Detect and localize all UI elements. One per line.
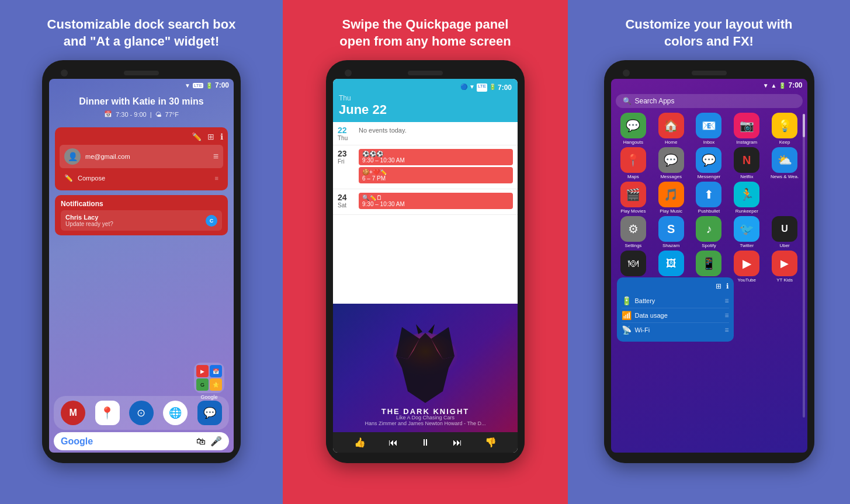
cal-day-24: 24 Sat <box>338 193 354 208</box>
info-icon[interactable]: ℹ <box>220 132 223 141</box>
app-maps[interactable]: 📍 Maps <box>616 147 651 179</box>
notif-item[interactable]: Chris Lacy Update ready yet? C <box>61 210 222 231</box>
app-uber[interactable]: U Uber <box>767 216 803 248</box>
news-label: News & Wea. <box>771 174 799 179</box>
qs-info-icon[interactable]: ℹ <box>726 282 729 290</box>
speaker-3 <box>692 71 727 75</box>
hamburger-icon[interactable]: ≡ <box>213 151 218 162</box>
gmail-account-row[interactable]: 👤 me@gmail.com ≡ <box>60 145 223 168</box>
app-shazam[interactable]: S Shazam <box>653 216 689 248</box>
calendar-header: 🔵 ▼ LTE 🔋 7:00 Thu June 22 <box>333 79 518 122</box>
app-yt-kids[interactable]: ▶ YT Kids <box>767 251 803 283</box>
scrollbar-track[interactable] <box>803 114 805 418</box>
app-messenger[interactable]: 💬 Messenger <box>691 147 727 179</box>
keep-icon: 💡 <box>772 113 797 138</box>
thumbs-up-btn[interactable]: 👍 <box>354 437 366 448</box>
app-keep[interactable]: 💡 Keep <box>767 113 803 145</box>
camera-sensor-2 <box>345 69 352 77</box>
qs-header: ⊞ ℹ <box>622 282 729 290</box>
qs-wifi-icon: 📡 <box>622 325 632 335</box>
panel-1: Customizable dock search boxand "At a gl… <box>0 0 283 504</box>
gmail-compose-row[interactable]: ✏️ Compose ≡ <box>60 171 223 186</box>
cal-day-name: Thu <box>339 94 512 102</box>
uber-label: Uber <box>779 243 789 248</box>
notifications-widget: Notifications Chris Lacy Update ready ye… <box>55 195 228 235</box>
qs-datausage-icon: 📶 <box>622 311 632 320</box>
uber-icon: U <box>772 216 797 242</box>
scrollbar-thumb[interactable] <box>803 114 805 137</box>
app-home[interactable]: 🏠 Home <box>653 113 689 145</box>
qs-wifi-handle[interactable]: ≡ <box>724 326 728 334</box>
search-bar[interactable]: Google 🛍 🎤 <box>54 432 229 450</box>
play-music-label: Play Music <box>660 208 682 214</box>
app-pushbullet[interactable]: ⬆ Pushbullet <box>691 182 727 214</box>
pushbullet-icon: ⬆ <box>696 182 721 207</box>
panel-3: Customize your layout withcolors and FX!… <box>568 0 850 504</box>
app-inbox[interactable]: 📧 Inbox <box>691 113 727 145</box>
prev-btn[interactable]: ⏮ <box>388 437 398 448</box>
search-apps-bar[interactable]: 🔍 Search Apps <box>616 94 803 108</box>
wifi-icon-3: ▼ <box>763 82 769 89</box>
whatsapp-icon: 📱 <box>696 251 721 276</box>
search-apps-label: Search Apps <box>635 97 675 105</box>
shopping-icon[interactable]: 🛍 <box>196 436 206 447</box>
app-play-movies[interactable]: 🎬 Play Movies <box>616 182 651 214</box>
messages-icon: 💬 <box>658 147 684 173</box>
grid-icon[interactable]: ⊞ <box>207 132 214 141</box>
phone-1-screen: ▼ LTE 🔋 7:00 Dinner with Katie in 30 min… <box>49 79 234 453</box>
app-youtube[interactable]: ▶ YouTube <box>729 251 765 283</box>
edit-icon[interactable]: ✏️ <box>192 132 202 141</box>
dock-camera[interactable]: ⊙ <box>129 401 154 425</box>
dock-maps[interactable]: 📍 <box>95 401 120 425</box>
cal-row-22: 22 Thu No events today. <box>333 122 518 145</box>
qs-battery-handle[interactable]: ≡ <box>724 297 728 305</box>
app-news[interactable]: ⛅ News & Wea. <box>767 147 803 179</box>
google-logo: Google <box>61 436 93 447</box>
dock-chrome[interactable]: 🌐 <box>163 401 188 425</box>
dock-messages[interactable]: 💬 <box>197 401 222 425</box>
twitter-icon: 🐦 <box>734 216 759 242</box>
google-cluster[interactable]: ▶ 📅 G ⭐ Google <box>194 363 224 400</box>
qs-grid-icon[interactable]: ⊞ <box>716 282 721 290</box>
app-settings[interactable]: ⚙ Settings <box>616 216 651 248</box>
search-bar-icons: 🛍 🎤 <box>196 436 222 447</box>
phone-2-top-bar <box>333 71 518 75</box>
movie-section: THE DARK KNIGHT Like A Dog Chasing Cars … <box>333 304 518 432</box>
app-twitter[interactable]: 🐦 Twitter <box>729 216 765 248</box>
gmail-widget[interactable]: ✏️ ⊞ ℹ 👤 me@gmail.com ≡ ✏️ Compose <box>55 127 228 190</box>
app-netflix[interactable]: N Netflix <box>729 147 765 179</box>
cal-event-23-1[interactable]: ⚽⚽⚽ 9:30 – 10:30 AM <box>359 149 513 165</box>
notif-title: Notifications <box>61 200 222 208</box>
pause-btn[interactable]: ⏸ <box>421 437 430 448</box>
cluster-icon-2: 📅 <box>210 365 222 377</box>
app-messages[interactable]: 💬 Messages <box>653 147 689 179</box>
cal-events-22: No events today. <box>359 126 513 134</box>
app-spotify[interactable]: ♪ Spotify <box>691 216 727 248</box>
qs-datausage-handle[interactable]: ≡ <box>724 311 728 319</box>
dock-gmail[interactable]: M <box>61 401 85 425</box>
no-events-22: No events today. <box>359 126 513 134</box>
play-music-icon: 🎵 <box>658 182 684 207</box>
app-instagram[interactable]: 📷 Instagram <box>729 113 765 145</box>
cal-event-23-2[interactable]: 🍪+❤️✏️ 6 – 7 PM <box>359 167 513 183</box>
bluetooth-icon: 🔵 <box>460 84 467 92</box>
phone-3-screen: ▼ ▲ 🔋 7:00 🔍 Search Apps 💬 Hangouts <box>611 79 807 453</box>
news-icon: ⛅ <box>772 147 797 173</box>
cal-row-23: 23 Fri ⚽⚽⚽ 9:30 – 10:30 AM 🍪+❤️✏️ 6 – 7 … <box>333 145 518 189</box>
compose-handle: ≡ <box>215 175 218 182</box>
mic-icon[interactable]: 🎤 <box>210 436 222 447</box>
cal-date: June 22 <box>339 102 512 117</box>
qs-wifi-row: 📡 Wi-Fi ≡ <box>622 323 729 337</box>
cal-event-24-1[interactable]: 🔍✏️🗒 9:30 – 10:30 AM <box>359 193 513 209</box>
app-play-music[interactable]: 🎵 Play Music <box>653 182 689 214</box>
pushbullet-label: Pushbullet <box>698 208 720 214</box>
thumbs-down-btn[interactable]: 👎 <box>485 437 497 448</box>
messenger-label: Messenger <box>698 174 721 179</box>
quick-settings-panel[interactable]: ⊞ ℹ 🔋 Battery ≡ 📶 Data usage ≡ 📡 <box>617 277 734 342</box>
next-btn[interactable]: ⏭ <box>453 437 462 448</box>
play-movies-icon: 🎬 <box>620 182 646 207</box>
messenger-icon: 💬 <box>696 147 721 173</box>
app-runkeeper[interactable]: 🏃 Runkeeper <box>729 182 765 214</box>
app-hangouts[interactable]: 💬 Hangouts <box>616 113 651 145</box>
spotify-label: Spotify <box>702 243 716 248</box>
